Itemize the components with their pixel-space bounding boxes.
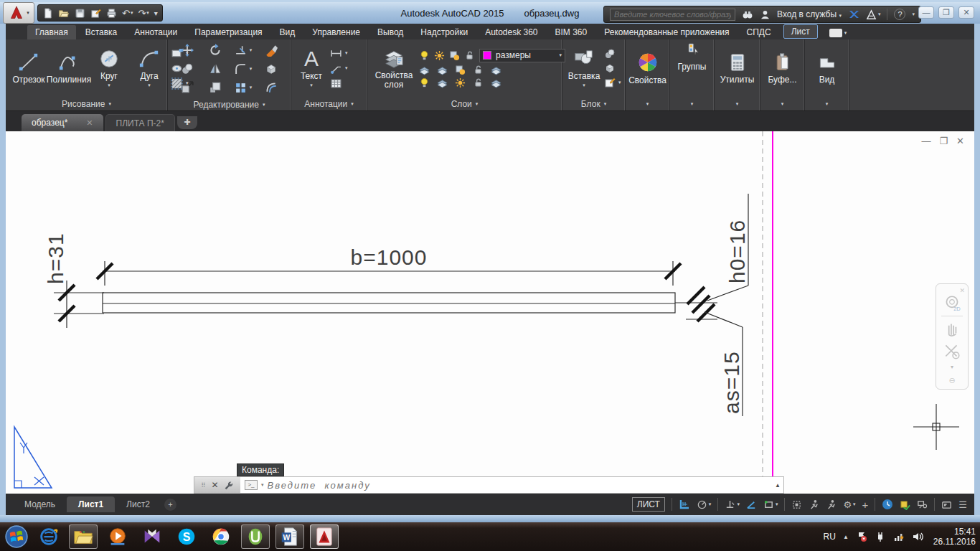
stretch-icon[interactable] [181,81,194,94]
ortho-toggle[interactable]: ▾ [725,499,740,510]
panel-expand-properties[interactable]: ▾ [626,97,669,110]
move-icon[interactable] [181,44,194,57]
layer-properties-button[interactable]: Свойства слоя [372,47,416,90]
command-history-up-icon[interactable]: ▲ [775,482,781,489]
clock[interactable]: 15:41 26.11.2016 [933,527,976,547]
panel-label-block[interactable]: Блок▾ [562,97,625,110]
power-plug-icon[interactable] [875,531,886,542]
new-drawing-tab-button[interactable]: ✚ [177,116,197,129]
offset-icon[interactable] [265,81,278,94]
zoom-extents-icon[interactable] [943,342,961,361]
chevron-down-icon[interactable]: ▾ [951,364,953,370]
doc-tab-obrazec[interactable]: образец* ✕ [22,114,103,131]
match-layer-icon[interactable] [437,65,448,75]
annotation-visibility-toggle[interactable] [809,499,819,510]
snap-mode-toggle[interactable]: ▾ [697,499,712,510]
make-current-layer-icon[interactable] [419,65,430,75]
taskbar-skype[interactable] [172,524,201,549]
array-button[interactable]: ▾ [235,82,253,94]
navigation-bar[interactable]: ✕ ▾ ⊖ [936,283,969,390]
chevron-down-icon[interactable]: ▾ [261,482,264,488]
close-icon[interactable]: ✕ [959,287,965,294]
paper-space-button[interactable]: ЛИСТ [632,497,665,512]
minimize-button[interactable]: — [918,6,934,19]
isolate-objects-button[interactable] [941,499,952,510]
undo-button[interactable]: ↶▾ [122,8,133,19]
panel-expand-view[interactable]: ▾ [805,97,849,110]
panel-label-draw[interactable]: Рисование▾ [6,97,167,110]
copy-icon[interactable] [181,62,194,75]
doc-minimize-button[interactable]: — [921,136,930,146]
layer-merge-icon[interactable] [491,77,501,88]
tab-featured-apps[interactable]: Рекомендованные приложения [596,25,737,39]
layer-unlock-icon[interactable] [473,77,484,88]
autodesk-exchange-icon[interactable] [848,9,859,20]
search-binoculars-icon[interactable] [742,9,753,20]
new-layout-button[interactable]: + [164,499,176,511]
taskbar-media-player[interactable] [103,524,132,549]
tab-view[interactable]: Вид [272,25,303,39]
line-button[interactable]: Отрезок [10,51,47,85]
erase-icon[interactable] [265,44,278,57]
pan-hand-icon[interactable] [943,319,961,338]
close-icon[interactable]: ✕ [86,118,93,128]
panel-label-layers[interactable]: Слои▾ [367,97,562,110]
autodesk-app-button[interactable]: ▾ [866,9,881,20]
fillet-button[interactable]: ▾ [235,63,253,75]
command-input-zone[interactable]: >_ ▾ [240,477,783,493]
workspace-plus-button[interactable]: + [862,499,869,511]
layer-vpfreeze-icon[interactable] [455,77,466,88]
layer-freeze-isolate-icon[interactable] [455,65,466,75]
layer-stack-icon[interactable] [491,65,501,75]
table-button[interactable] [330,77,348,90]
taskbar-explorer[interactable] [69,524,98,549]
doc-close-button[interactable]: ✕ [956,136,964,146]
layout2-tab[interactable]: Лист2 [115,496,161,512]
drag-grip-icon[interactable]: ⠿ [202,482,207,489]
tab-addins[interactable]: Надстройки [413,25,476,39]
quick-properties-toggle[interactable] [917,499,928,510]
close-icon[interactable]: ✕ [211,480,218,490]
plot-status-button[interactable] [900,499,910,510]
insert-block-button[interactable]: Вставка▾ [567,47,601,89]
dimension-button[interactable]: ▾ [330,47,348,60]
command-line[interactable]: ⠿ ✕ >_ ▾ ▲ [194,476,784,494]
taskbar-autocad[interactable] [310,524,339,549]
polyline-button[interactable]: Полилиния [50,51,88,85]
explode-icon[interactable] [265,62,278,75]
layer-thaw-sun-icon[interactable] [434,50,445,61]
taskbar-utorrent[interactable] [241,524,270,549]
taskbar-ie[interactable] [34,524,63,549]
navbar-menu-icon[interactable]: ⊖ [948,376,955,385]
taskbar-media-app[interactable] [138,524,166,549]
help-button[interactable]: ? [894,9,905,20]
polar-tracking-toggle[interactable] [746,499,757,510]
circle-button[interactable]: Круг▾ [90,47,128,89]
block-editor-button[interactable]: ▾ [604,77,621,88]
close-button[interactable]: ✕ [958,6,974,19]
tab-insert[interactable]: Вставка [77,25,126,39]
text-button[interactable]: A Текст▾ [296,47,327,89]
tab-parametric[interactable]: Параметризация [187,25,270,39]
search-input[interactable] [610,9,735,21]
save-as-button[interactable] [90,8,101,19]
panel-view[interactable]: Вид ▾ [805,39,849,110]
save-button[interactable] [75,8,85,19]
layer-walk-icon[interactable] [437,77,448,88]
annotation-scale-button[interactable]: ⚙▾ [843,499,855,510]
tab-manage[interactable]: Управление [304,25,368,39]
layer-select[interactable]: размеры ▾ [479,49,565,62]
language-indicator[interactable]: RU [824,532,836,542]
qat-customize-button[interactable]: ▾ [154,9,158,17]
tab-output[interactable]: Вывод [369,25,411,39]
restore-button[interactable]: ❐ [938,6,954,19]
panel-properties[interactable]: Свойства ▾ [626,39,670,110]
panel-label-annotation[interactable]: Аннотации▾ [291,97,367,110]
tab-layout[interactable]: Лист [783,24,818,39]
rotate-icon[interactable] [209,44,222,57]
annotation-autoscale-toggle[interactable] [826,499,837,510]
leader-button[interactable]: ▾ [330,62,348,75]
layer-lock-icon[interactable] [464,50,475,61]
ribbon-minimize-button[interactable]: ▾ [829,29,847,37]
action-center-flag-icon[interactable] [856,531,867,542]
